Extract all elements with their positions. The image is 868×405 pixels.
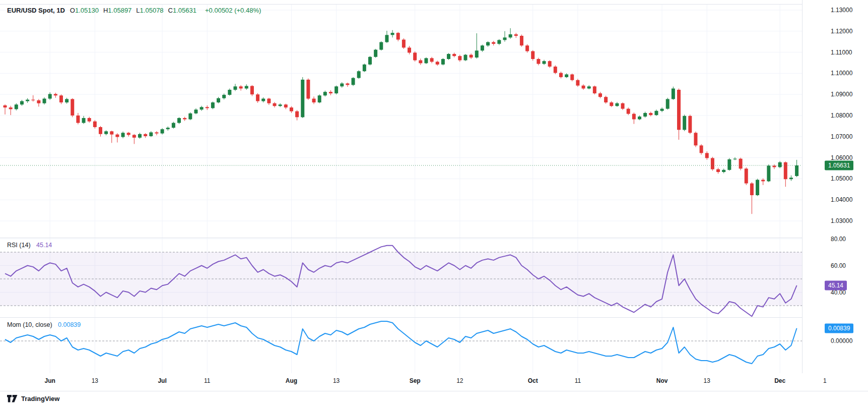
- candle-body[interactable]: [604, 97, 608, 102]
- candle-body[interactable]: [649, 113, 652, 115]
- candle-body[interactable]: [509, 34, 512, 37]
- candle-body[interactable]: [408, 47, 411, 52]
- candle-body[interactable]: [82, 118, 86, 123]
- candle-body[interactable]: [559, 73, 563, 77]
- candle-body[interactable]: [48, 94, 52, 98]
- candle-body[interactable]: [222, 95, 226, 98]
- candle-body[interactable]: [789, 178, 793, 179]
- candle-body[interactable]: [441, 59, 445, 65]
- candle-body[interactable]: [795, 165, 798, 176]
- candle-body[interactable]: [525, 45, 529, 51]
- candle-body[interactable]: [88, 118, 91, 122]
- candle-body[interactable]: [374, 50, 377, 57]
- candle-body[interactable]: [267, 99, 271, 103]
- candle-body[interactable]: [211, 102, 215, 108]
- candle-body[interactable]: [323, 92, 327, 95]
- candle-body[interactable]: [194, 109, 197, 113]
- candle-body[interactable]: [683, 116, 686, 130]
- candle-body[interactable]: [273, 103, 277, 106]
- candle-body[interactable]: [346, 83, 349, 85]
- candle-body[interactable]: [638, 117, 641, 119]
- candle-body[interactable]: [121, 133, 125, 137]
- candle-body[interactable]: [385, 35, 388, 42]
- candle-body[interactable]: [379, 42, 383, 50]
- candle-body[interactable]: [43, 99, 46, 103]
- candle-body[interactable]: [357, 71, 361, 78]
- tradingview-logo-icon[interactable]: [7, 395, 18, 402]
- candle-body[interactable]: [20, 101, 24, 105]
- candle-body[interactable]: [26, 100, 29, 101]
- candle-body[interactable]: [419, 60, 422, 63]
- candle-body[interactable]: [424, 58, 428, 63]
- candle-body[interactable]: [245, 86, 248, 88]
- candle-body[interactable]: [705, 153, 709, 158]
- candle-body[interactable]: [261, 99, 265, 101]
- candle-body[interactable]: [71, 99, 74, 115]
- candle-body[interactable]: [739, 159, 743, 169]
- tradingview-brand-text[interactable]: TradingView: [21, 395, 59, 402]
- candle-body[interactable]: [318, 95, 321, 102]
- candle-body[interactable]: [610, 102, 613, 106]
- candle-body[interactable]: [447, 54, 450, 59]
- candle-body[interactable]: [250, 86, 254, 94]
- candle-body[interactable]: [279, 104, 282, 106]
- candle-body[interactable]: [65, 99, 69, 102]
- candle-body[interactable]: [582, 86, 585, 89]
- candle-body[interactable]: [627, 109, 630, 114]
- candle-body[interactable]: [711, 158, 714, 169]
- candle-body[interactable]: [138, 134, 142, 138]
- candle-body[interactable]: [188, 113, 192, 120]
- candle-body[interactable]: [329, 92, 332, 93]
- candle-body[interactable]: [761, 180, 765, 181]
- candle-body[interactable]: [127, 133, 130, 135]
- candle-body[interactable]: [144, 134, 147, 136]
- candle-body[interactable]: [54, 94, 57, 95]
- rsi-label[interactable]: RSI (14): [7, 242, 31, 249]
- candle-body[interactable]: [615, 103, 619, 106]
- candle-body[interactable]: [452, 54, 456, 56]
- price-axis[interactable]: 1.05631 45.14 0.00839 1.130001.120001.11…: [802, 0, 868, 391]
- candle-body[interactable]: [537, 59, 540, 64]
- candle-body[interactable]: [115, 135, 119, 137]
- candle-body[interactable]: [745, 168, 748, 183]
- candle-body[interactable]: [290, 107, 293, 111]
- candle-body[interactable]: [632, 114, 636, 120]
- candle-body[interactable]: [402, 40, 406, 48]
- candle-body[interactable]: [700, 145, 703, 153]
- candle-body[interactable]: [722, 170, 725, 172]
- candle-body[interactable]: [295, 111, 299, 118]
- candle-body[interactable]: [37, 100, 40, 103]
- candle-body[interactable]: [773, 165, 776, 167]
- candle-body[interactable]: [9, 107, 13, 109]
- candle-body[interactable]: [239, 86, 243, 88]
- candle-body[interactable]: [565, 74, 568, 77]
- candle-body[interactable]: [688, 116, 692, 133]
- candle-body[interactable]: [110, 131, 113, 134]
- candle-body[interactable]: [59, 95, 63, 102]
- candle-body[interactable]: [554, 67, 557, 73]
- candle-body[interactable]: [233, 86, 237, 90]
- candle-body[interactable]: [587, 86, 591, 88]
- candle-body[interactable]: [727, 159, 731, 170]
- candle-body[interactable]: [301, 80, 304, 117]
- candle-body[interactable]: [543, 61, 546, 64]
- candle-body[interactable]: [767, 165, 770, 181]
- candle-body[interactable]: [99, 127, 102, 134]
- candle-body[interactable]: [784, 162, 787, 179]
- candle-body[interactable]: [132, 135, 136, 137]
- candle-body[interactable]: [312, 99, 316, 103]
- candle-body[interactable]: [643, 113, 647, 117]
- candle-body[interactable]: [694, 133, 697, 145]
- candle-body[interactable]: [756, 180, 759, 195]
- candle-body[interactable]: [155, 132, 158, 133]
- candle-body[interactable]: [458, 56, 461, 60]
- candle-body[interactable]: [228, 90, 231, 95]
- candle-body[interactable]: [576, 80, 579, 86]
- candle-body[interactable]: [486, 42, 490, 46]
- candle-body[interactable]: [104, 131, 108, 134]
- candle-body[interactable]: [497, 40, 501, 44]
- candle-body[interactable]: [413, 52, 417, 60]
- candle-body[interactable]: [503, 37, 506, 40]
- candle-body[interactable]: [436, 62, 439, 64]
- candle-body[interactable]: [463, 55, 467, 61]
